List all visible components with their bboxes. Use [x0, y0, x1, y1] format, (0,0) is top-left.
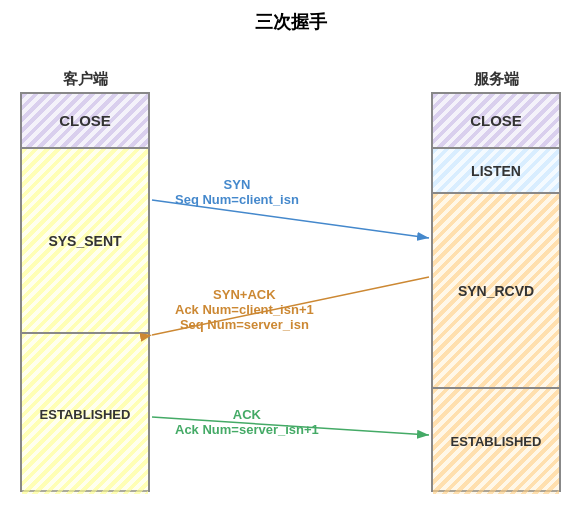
server-column: CLOSE LISTEN SYN_RCVD ESTABLISHED [431, 92, 561, 492]
synack-label: SYN+ACK Ack Num=client_isn+1 Seq Num=ser… [175, 287, 314, 332]
syn-label: SYN Seq Num=client_isn [175, 177, 299, 207]
server-close-state: CLOSE [433, 94, 559, 149]
client-label: 客户端 [20, 70, 150, 89]
client-established-state: ESTABLISHED [22, 334, 148, 494]
page-title: 三次握手 [0, 0, 581, 42]
server-label: 服务端 [431, 70, 561, 89]
server-listen-state: LISTEN [433, 149, 559, 194]
ack-label: ACK Ack Num=server_isn+1 [175, 407, 319, 437]
server-established-state: ESTABLISHED [433, 389, 559, 494]
client-syn-sent-state: SYS_SENT [22, 149, 148, 334]
client-close-state: CLOSE [22, 94, 148, 149]
client-column: CLOSE SYS_SENT ESTABLISHED [20, 92, 150, 492]
server-syn-rcvd-state: SYN_RCVD [433, 194, 559, 389]
diagram-area: 客户端 服务端 CLOSE SYS_SENT ESTABLISHED CLOSE… [0, 42, 581, 531]
